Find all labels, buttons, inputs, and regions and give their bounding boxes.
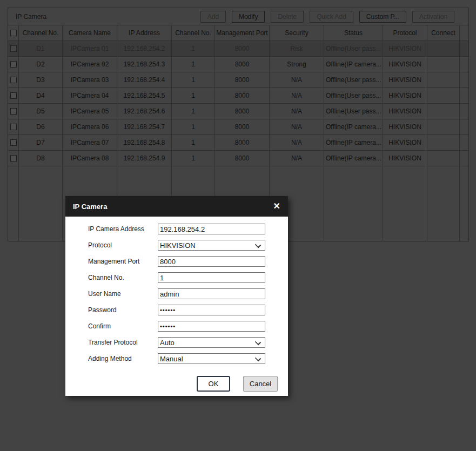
row-checkbox[interactable] [10,61,17,68]
row-checkbox[interactable] [10,155,17,161]
row-checkbox[interactable] [10,45,17,52]
dialog-buttons: OK Cancel [197,376,278,392]
cell-channel-no: D2 [19,57,63,72]
panel-title: IP Camera [16,13,46,21]
cell-channel: 1 [172,88,215,103]
field-user-name[interactable] [158,288,265,299]
checkbox-cell [8,104,19,119]
row-checkbox[interactable] [10,92,17,99]
column-header-channel-no: Channel No. [19,25,63,41]
dialog-header[interactable]: IP Camera ✕ [65,196,288,217]
cell-ip-address: 192.168.254.4 [117,72,172,87]
cell-connect [427,88,460,103]
cell-camera-name: IPCamera 07 [63,135,117,150]
dialog-fields: IP Camera AddressProtocolHIKVISIONManage… [88,224,288,364]
cell-filler [460,119,468,134]
chevron-down-icon [255,339,261,345]
cell-channel-no: D3 [19,72,63,87]
row-checkbox[interactable] [10,124,17,130]
cancel-button[interactable]: Cancel [243,376,278,392]
row-checkbox[interactable] [10,108,17,115]
column-header-connect: Connect [427,25,460,41]
close-icon[interactable]: ✕ [273,202,280,211]
cell-camera-name: IPCamera 02 [63,57,117,72]
column-header-channel-no: Channel No. [172,25,215,41]
camera-row-d5[interactable]: D5IPCamera 05192.168.254.618000N/AOfflin… [8,104,468,119]
cell-management-port: 8000 [215,119,270,134]
field-password[interactable] [158,305,265,315]
camera-row-d4[interactable]: D4IPCamera 04192.168.254.518000N/AOfflin… [8,88,468,104]
field-confirm[interactable] [158,321,265,332]
cell-connect [427,72,460,87]
checkbox-cell [8,72,19,87]
cell-connect [427,119,460,134]
dialog-title: IP Camera [73,203,107,211]
dialog-body: IP Camera AddressProtocolHIKVISIONManage… [65,217,288,396]
cell-camera-name: IPCamera 01 [63,41,117,56]
camera-row-d1[interactable]: D1IPCamera 01192.168.254.218000RiskOffli… [8,41,468,57]
empty-cell [8,166,19,241]
field-row-adding-method: Adding MethodManual [88,353,288,364]
cell-ip-address: 192.168.254.7 [117,119,172,134]
row-checkbox[interactable] [10,139,17,146]
cell-security: Strong [270,57,324,72]
cell-camera-name: IPCamera 03 [63,72,117,87]
cell-channel-no: D6 [19,119,63,134]
camera-row-d8[interactable]: D8IPCamera 08192.168.254.918000N/AOfflin… [8,151,468,166]
checkbox-cell [8,41,19,56]
field-channel-no[interactable] [158,272,265,283]
cell-channel: 1 [172,41,215,56]
cell-security: N/A [270,88,324,103]
field-row-management-port: Management Port [88,256,288,267]
field-protocol[interactable]: HIKVISION [158,240,265,251]
ok-button[interactable]: OK [197,376,230,392]
toolbar-button-add: Add [200,11,226,23]
field-adding-method[interactable]: Manual [158,353,265,364]
toolbar-button-activation: Activation [412,11,454,23]
cell-management-port: 8000 [215,88,270,103]
field-transfer-protocol[interactable]: Auto [158,337,265,348]
cell-management-port: 8000 [215,41,270,56]
cell-filler [460,104,468,119]
select-value: Auto [160,339,175,347]
cell-channel-no: D1 [19,41,63,56]
select-all-checkbox[interactable] [10,30,17,36]
cell-protocol: HIKVISION [383,57,427,72]
field-ip-camera-address[interactable] [158,224,265,234]
cell-channel: 1 [172,72,215,87]
toolbar-button-custom-p[interactable]: Custom P... [359,11,406,23]
cell-ip-address: 192.168.254.8 [117,135,172,150]
camera-row-d7[interactable]: D7IPCamera 07192.168.254.818000N/AOfflin… [8,135,468,151]
field-management-port[interactable] [158,256,265,267]
cell-camera-name: IPCamera 04 [63,88,117,103]
field-label-adding-method: Adding Method [88,355,158,362]
cell-security: N/A [270,104,324,119]
toolbar-button-modify[interactable]: Modify [232,11,265,23]
empty-cell [383,166,427,241]
camera-row-d2[interactable]: D2IPCamera 02192.168.254.318000StrongOff… [8,57,468,72]
cell-filler [460,151,468,166]
cell-management-port: 8000 [215,135,270,150]
field-label-channel-no: Channel No. [88,274,158,281]
cell-status: Offline(IP camera... [324,151,383,166]
cell-protocol: HIKVISION [383,104,427,119]
checkbox-cell [8,135,19,150]
toolbar-button-delete: Delete [271,11,304,23]
checkbox-cell [8,57,19,72]
cell-status: Offline(IP camera... [324,57,383,72]
cell-connect [427,151,460,166]
camera-row-d3[interactable]: D3IPCamera 03192.168.254.418000N/AOfflin… [8,72,468,88]
field-row-password: Password [88,305,288,315]
cell-ip-address: 192.168.254.5 [117,88,172,103]
field-label-transfer-protocol: Transfer Protocol [88,339,158,346]
cell-security: N/A [270,151,324,166]
cell-connect [427,41,460,56]
field-label-confirm: Confirm [88,322,158,330]
field-label-ip-camera-address: IP Camera Address [88,225,158,233]
cell-connect [427,57,460,72]
cell-filler [460,72,468,87]
camera-row-d6[interactable]: D6IPCamera 06192.168.254.718000N/AOfflin… [8,119,468,135]
cell-protocol: HIKVISION [383,151,427,166]
column-header-management-port: Management Port [215,25,270,41]
row-checkbox[interactable] [10,77,17,83]
